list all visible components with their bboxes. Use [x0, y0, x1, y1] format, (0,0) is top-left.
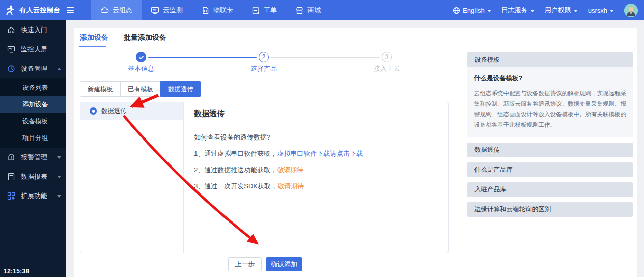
help-section-data-passthrough[interactable]: 数据透传	[467, 143, 633, 157]
user-permission-label: 用户权限	[545, 6, 571, 15]
device-gauge-icon	[7, 65, 15, 73]
user-permission-menu[interactable]: 用户权限	[545, 6, 578, 15]
detail-item-text: 1、通过虚拟串口软件获取，	[194, 150, 277, 157]
topnav-work-order[interactable]: 工单	[242, 0, 286, 20]
segment-data-passthrough[interactable]: 数据透传	[160, 81, 201, 97]
chevron-down-icon	[57, 176, 61, 178]
big-screen-icon	[7, 45, 15, 53]
sidebar-subitem-add-device[interactable]: 添加设备	[0, 96, 66, 113]
help-section-device-template[interactable]: 设备模板	[467, 52, 633, 67]
tab-batch-add-device[interactable]: 批量添加设备	[124, 33, 166, 42]
detail-item-1: 1、通过虚拟串口软件获取，虚拟串口软件下载请点击下载	[194, 149, 438, 158]
chevron-down-icon	[57, 195, 61, 198]
step-1-label: 基本信息	[118, 64, 164, 73]
avatar-image	[624, 4, 638, 17]
topnav-label: 商城	[307, 6, 321, 15]
header-right-menus: English 日志服务 用户权限 usrsxh	[453, 4, 644, 17]
sidebar-item-data-report[interactable]: 数据报表	[0, 167, 66, 186]
help-panel: 设备模板 什么是设备模板? 云组态系统中配置与设备数据协议的解析规则，实现远程采…	[467, 52, 633, 217]
sidebar-item-label: 设备管理	[21, 64, 51, 73]
chevron-up-icon	[57, 68, 61, 70]
active-tab-underline	[79, 46, 106, 47]
step-line-done	[148, 57, 257, 58]
sidebar-item-alarm-management[interactable]: 报警管理	[0, 148, 66, 167]
chevron-down-icon	[487, 10, 491, 12]
detail-item-3: 3、通过二次开发SDK获取，敬请期待	[194, 182, 438, 191]
topnav-label: 云组态	[113, 6, 132, 15]
topnav-label: 物联卡	[213, 6, 233, 15]
detail-item-text: 3、通过二次开发SDK获取，	[194, 182, 277, 190]
topnav-cloud-scada[interactable]: 云组态	[91, 0, 142, 20]
confirm-add-button[interactable]: 确认添加	[266, 257, 302, 271]
coming-soon-label: 敬请期待	[277, 182, 304, 190]
chevron-down-icon	[530, 10, 535, 12]
log-service-menu[interactable]: 日志服务	[501, 6, 535, 15]
work-order-icon	[251, 6, 260, 15]
app-title: 有人云控制台	[19, 6, 61, 15]
sidebar-item-label: 报警管理	[21, 153, 51, 162]
detail-item-text: 2、通过数据推送功能获取，	[194, 166, 277, 174]
cloud-icon	[100, 6, 109, 15]
help-section-edge-vs-cloud-polling[interactable]: 边缘计算和云端轮询的区别	[467, 202, 633, 217]
apps-grid-icon	[7, 192, 15, 200]
detail-question: 如何查看设备的透传数据?	[194, 133, 438, 142]
option-data-passthrough[interactable]: 数据透传	[80, 102, 183, 120]
page-tabs: 添加设备 批量添加设备	[74, 28, 637, 47]
help-section-join-product-library[interactable]: 入驻产品库	[467, 182, 633, 197]
username-label: usrsxh	[588, 7, 607, 14]
device-management-submenu: 设备列表 添加设备 设备模板 项目分组	[0, 78, 66, 148]
help-section-body: 什么是设备模板? 云组态系统中配置与设备数据协议的解析规则，实现远程采集和控制。…	[467, 67, 633, 137]
chevron-down-icon	[57, 156, 61, 159]
avatar[interactable]	[624, 4, 638, 17]
sidebar-subitem-device-template[interactable]: 设备模板	[0, 113, 66, 130]
alarm-icon	[7, 153, 15, 161]
usr-logo-icon	[4, 5, 15, 16]
step-line-pending	[271, 57, 380, 58]
previous-step-button[interactable]: 上一步	[228, 257, 262, 271]
sidebar-item-monitor-screen[interactable]: 监控大屏	[0, 40, 66, 59]
detail-item-2: 2、通过数据推送功能获取，敬请期待	[194, 165, 438, 175]
help-question: 什么是设备模板?	[474, 74, 626, 83]
monitor-icon	[151, 6, 159, 15]
sidebar-item-label: 监控大屏	[21, 45, 47, 54]
passthrough-detail: 数据透传 如何查看设备的透传数据? 1、通过虚拟串口软件获取，虚拟串口软件下载请…	[184, 102, 448, 253]
topnav-label: 工单	[264, 6, 277, 15]
option-list: 数据透传	[80, 102, 184, 253]
top-navigation: 云组态 云监测 物联卡 工单 商城	[91, 0, 330, 20]
radio-selected-icon[interactable]	[90, 107, 97, 115]
language-selector[interactable]: English	[453, 7, 491, 14]
step-3-circle: 3	[382, 52, 392, 62]
sidebar-item-label: 数据报表	[21, 172, 51, 181]
option-label: 数据透传	[101, 107, 127, 116]
logo-area: 有人云控制台	[0, 5, 79, 16]
sidebar: 快速入门 监控大屏 设备管理 设备列表 添加设备 设备模板 项目分组 报警管理 …	[0, 20, 66, 277]
store-icon	[295, 6, 304, 15]
tab-add-device[interactable]: 添加设备	[80, 33, 108, 42]
topnav-iot-card[interactable]: 物联卡	[192, 0, 242, 20]
sidebar-subitem-device-list[interactable]: 设备列表	[0, 79, 66, 96]
step-3-label: 接入上云	[364, 64, 410, 73]
sidebar-item-quick-start[interactable]: 快速入门	[0, 20, 66, 40]
check-icon	[138, 54, 144, 60]
sim-card-icon	[201, 6, 210, 15]
username-menu[interactable]: usrsxh	[588, 7, 614, 14]
help-section-what-is-product-library[interactable]: 什么是产品库	[467, 162, 633, 177]
topnav-mall[interactable]: 商城	[286, 0, 330, 20]
sidebar-item-device-management[interactable]: 设备管理	[0, 59, 66, 78]
step-2-label: 选择产品	[241, 64, 287, 73]
top-header-bar: 有人云控制台 云组态 云监测 物联卡 工单 商城 English	[0, 0, 644, 20]
chevron-down-icon	[574, 10, 578, 12]
sidebar-item-extensions[interactable]: 扩展功能	[0, 186, 66, 206]
menu-collapse-icon[interactable]	[67, 7, 74, 13]
topnav-cloud-monitor[interactable]: 云监测	[142, 0, 192, 20]
step-2-circle: 2	[259, 52, 269, 62]
coming-soon-label: 敬请期待	[277, 166, 303, 174]
download-link[interactable]: 虚拟串口软件下载请点击下载	[277, 150, 363, 157]
segment-existing-template[interactable]: 已有模板	[120, 81, 161, 97]
passthrough-content-box: 数据透传 数据透传 如何查看设备的透传数据? 1、通过虚拟串口软件获取，虚拟串口…	[80, 102, 449, 253]
sidebar-subitem-project-group[interactable]: 项目分组	[0, 130, 66, 147]
main-content-card: 添加设备 批量添加设备 2 3 基本信息 选择产品 接入上云 新建模板 已有模板…	[74, 28, 637, 277]
segment-new-template[interactable]: 新建模板	[80, 81, 121, 97]
report-icon	[7, 173, 15, 181]
chevron-down-icon	[610, 10, 614, 12]
